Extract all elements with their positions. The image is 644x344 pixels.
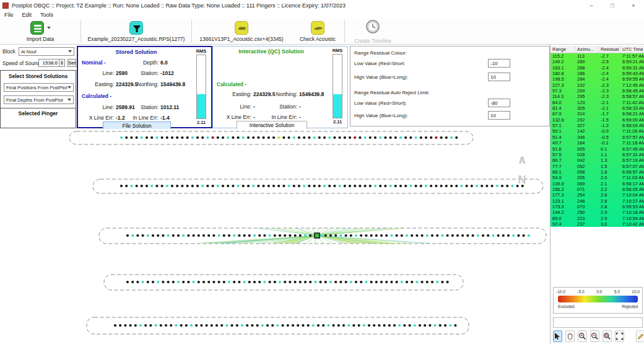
pinger-dot[interactable] <box>119 324 121 327</box>
high-value-input[interactable]: 10 <box>488 73 510 81</box>
pinger-dot[interactable] <box>368 324 370 327</box>
pinger-dot[interactable] <box>365 281 367 283</box>
table-row[interactable]: 156.20712.26:56:05 AM <box>550 187 644 192</box>
pinger-dot[interactable] <box>176 136 178 139</box>
table-row[interactable]: 57.1327-1.26:58:09 AM <box>550 123 644 128</box>
pinger-dot[interactable] <box>130 136 133 139</box>
pinger-dot[interactable] <box>228 281 230 283</box>
pinger-dot[interactable] <box>431 281 433 283</box>
pinger-dot[interactable] <box>380 281 383 283</box>
pinger-dot[interactable] <box>238 234 240 237</box>
pinger-dot[interactable] <box>293 136 295 139</box>
column-azimuth[interactable]: Azimu... <box>575 46 599 53</box>
pinger-dot[interactable] <box>404 185 407 187</box>
pinger-dot[interactable] <box>297 324 299 327</box>
zoom-window-button[interactable] <box>603 330 612 342</box>
pinger-dot[interactable] <box>272 185 275 187</box>
pinger-dot[interactable] <box>345 234 347 237</box>
pinger-dot[interactable] <box>318 136 321 139</box>
pinger-dot[interactable] <box>411 234 413 237</box>
pinger-dot[interactable] <box>393 324 396 327</box>
pinger-dot[interactable] <box>333 324 335 327</box>
survey-plot[interactable]: ∧N <box>0 129 550 344</box>
pinger-dot[interactable] <box>236 324 238 327</box>
pinger-dot[interactable] <box>339 185 341 187</box>
table-row[interactable]: 51.60050.16:57:45 AM <box>550 146 644 152</box>
pinger-dot[interactable] <box>212 281 215 283</box>
pinger-dot[interactable] <box>455 136 458 139</box>
pinger-dot[interactable] <box>202 281 205 283</box>
pinger-dot[interactable] <box>180 324 183 327</box>
pinger-dot[interactable] <box>339 281 342 283</box>
pinger-dot[interactable] <box>440 185 443 187</box>
pinger-dot[interactable] <box>263 136 265 139</box>
pinger-dot[interactable] <box>445 185 448 187</box>
pinger-dot[interactable] <box>312 324 315 327</box>
table-row[interactable]: 81.4305-2.16:58:33 AM <box>550 105 644 111</box>
pinger-dot[interactable] <box>435 136 437 139</box>
pinger-dot[interactable] <box>233 234 235 237</box>
pinger-dot[interactable] <box>512 234 515 237</box>
pinger-dot[interactable] <box>177 281 180 283</box>
pinger-dot[interactable] <box>212 185 214 187</box>
pinger-dot[interactable] <box>411 281 413 283</box>
table-row[interactable]: 115.2113-2.77:11:57 AM <box>550 53 644 59</box>
pinger-dot[interactable] <box>523 234 525 237</box>
pinger-dot[interactable] <box>324 234 327 237</box>
pinger-dot[interactable] <box>388 324 391 327</box>
pinger-dot[interactable] <box>426 281 429 283</box>
table-row[interactable]: 92.42373.07:10:42 AM <box>550 221 644 227</box>
pinger-dot[interactable] <box>126 234 129 237</box>
pinger-dot[interactable] <box>201 185 204 187</box>
pinger-dot[interactable] <box>261 324 264 327</box>
pinger-dot[interactable] <box>436 281 438 283</box>
column-residual[interactable]: Residual <box>599 46 620 53</box>
pinger-dot[interactable] <box>207 234 210 237</box>
pinger-dot[interactable] <box>167 281 170 283</box>
table-row[interactable]: 177.32542.67:10:04 AM <box>550 192 644 198</box>
pinger-dot[interactable] <box>161 136 163 139</box>
pinger-dot[interactable] <box>384 136 386 139</box>
pinger-dot[interactable] <box>206 136 209 139</box>
pinger-dot[interactable] <box>342 324 345 327</box>
pinger-dot[interactable] <box>406 281 408 283</box>
pinger-dot[interactable] <box>360 281 362 283</box>
pinger-dot[interactable] <box>225 324 228 327</box>
pinger-dot[interactable] <box>200 324 202 327</box>
pinger-dot[interactable] <box>380 234 383 237</box>
pinger-dot[interactable] <box>147 234 149 237</box>
pinger-dot[interactable] <box>328 185 331 187</box>
pinger-dot[interactable] <box>282 324 284 327</box>
pinger-dot[interactable] <box>155 136 158 139</box>
pinger-dot[interactable] <box>141 136 143 139</box>
pinger-dot[interactable] <box>186 185 189 187</box>
pinger-dot[interactable] <box>277 136 280 139</box>
pinger-dot[interactable] <box>477 234 479 237</box>
pinger-dot[interactable] <box>181 136 183 139</box>
pinger-dot[interactable] <box>358 324 360 327</box>
pinger-dot[interactable] <box>206 185 209 187</box>
pinger-dot[interactable] <box>430 136 432 139</box>
pinger-dot[interactable] <box>324 281 327 283</box>
fit-extents-button[interactable] <box>615 330 624 342</box>
table-row[interactable]: 59.1142-0.97:11:28 AM <box>550 128 644 134</box>
pinger-dot[interactable] <box>445 136 448 139</box>
pinger-dot[interactable] <box>256 324 259 327</box>
depths-select[interactable]: Final Depths From PostPlot <box>4 95 74 104</box>
pinger-dot[interactable] <box>146 185 148 187</box>
import-data-button[interactable]: Import Data <box>0 19 80 44</box>
pinger-dot[interactable] <box>396 281 398 283</box>
pinger-dot[interactable] <box>401 234 403 237</box>
menu-file[interactable]: File <box>0 12 18 18</box>
pinger-dot[interactable] <box>389 185 392 187</box>
speed-of-sound-input[interactable]: 1538.6 <box>38 59 59 67</box>
pinger-dot[interactable] <box>409 136 412 139</box>
pinger-dot[interactable] <box>218 234 220 237</box>
pinger-dot[interactable] <box>378 324 380 327</box>
pinger-dot[interactable] <box>157 281 159 283</box>
pinger-dot[interactable] <box>446 281 449 283</box>
timeline-slider-track[interactable] <box>553 317 643 328</box>
pinger-dot[interactable] <box>364 185 367 187</box>
pinger-dot[interactable] <box>347 324 350 327</box>
pinger-dot[interactable] <box>251 324 253 327</box>
